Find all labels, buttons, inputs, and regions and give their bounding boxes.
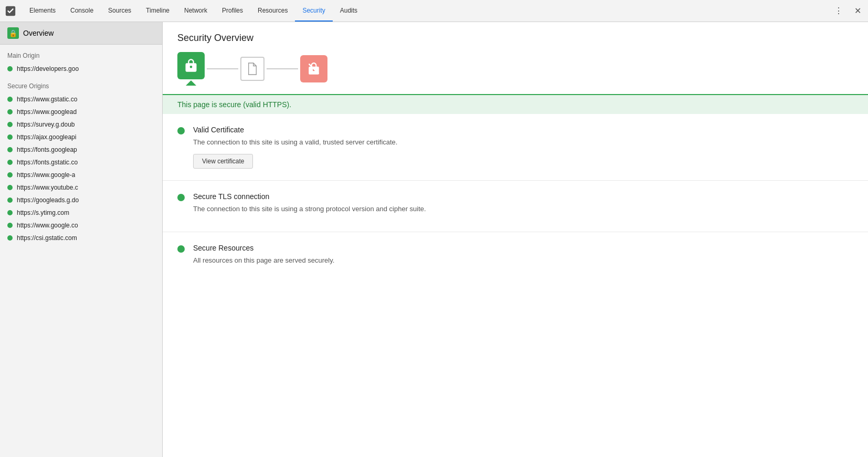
list-item[interactable]: https://www.google-a xyxy=(0,169,162,181)
tab-resources[interactable]: Resources xyxy=(250,0,295,22)
origin-url: https://ajax.googleapi xyxy=(17,133,76,141)
list-item[interactable]: https://www.youtube.c xyxy=(0,181,162,194)
view-certificate-button[interactable]: View certificate xyxy=(193,154,253,169)
tab-network[interactable]: Network xyxy=(177,0,215,22)
insecure-lock-icon xyxy=(300,55,327,82)
origin-url: https://fonts.gstatic.co xyxy=(17,159,78,166)
main-layout: 🔒 Overview Main Origin https://developer… xyxy=(0,22,868,457)
secure-lock-icon xyxy=(177,52,205,79)
section-title: Secure Resources xyxy=(193,244,334,252)
section-desc: All resources on this page are served se… xyxy=(193,255,334,266)
list-item[interactable]: https://survey.g.doub xyxy=(0,118,162,131)
section-title: Valid Certificate xyxy=(193,126,397,134)
green-dot-icon xyxy=(7,235,13,241)
green-dot-icon xyxy=(7,223,13,228)
section-title: Secure TLS connection xyxy=(193,192,426,201)
tab-profiles[interactable]: Profiles xyxy=(215,0,250,22)
secure-origins-label: Secure Origins xyxy=(0,75,162,93)
origin-url: https://www.googlead xyxy=(17,108,77,116)
document-icon xyxy=(240,57,264,81)
green-dot-icon xyxy=(7,160,13,165)
green-dot-icon xyxy=(7,198,13,203)
status-message: This page is secure (valid HTTPS). xyxy=(177,100,291,109)
close-button[interactable]: ✕ xyxy=(850,4,865,18)
list-item[interactable]: https://ajax.googleapi xyxy=(0,131,162,143)
secure-tls-section: Secure TLS connection The connection to … xyxy=(163,181,868,233)
overview-lock-icon: 🔒 xyxy=(7,27,19,39)
tab-elements[interactable]: Elements xyxy=(22,0,63,22)
sidebar-item-overview[interactable]: 🔒 Overview xyxy=(0,22,162,45)
green-dot-icon xyxy=(7,122,13,127)
list-item[interactable]: https://fonts.gstatic.co xyxy=(0,156,162,169)
diagram-secure-icon-wrapper xyxy=(177,52,205,86)
origin-url: https://www.google.co xyxy=(17,222,78,229)
tab-security[interactable]: Security xyxy=(295,0,332,22)
green-dot-icon xyxy=(7,66,13,71)
list-item[interactable]: https://www.google.co xyxy=(0,219,162,232)
green-dot-icon xyxy=(7,109,13,115)
main-origin-url: https://developers.goo xyxy=(17,65,79,72)
sidebar: 🔒 Overview Main Origin https://developer… xyxy=(0,22,163,457)
origin-url: https://www.gstatic.co xyxy=(17,96,77,103)
list-item[interactable]: https://fonts.googleap xyxy=(0,143,162,156)
secure-resources-section: Secure Resources All resources on this p… xyxy=(163,232,868,284)
page-title: Security Overview xyxy=(163,22,868,52)
diagram-line-1 xyxy=(207,68,238,69)
origin-url: https://www.google-a xyxy=(17,171,75,179)
tab-sources[interactable]: Sources xyxy=(101,0,139,22)
main-origin-label: Main Origin xyxy=(0,45,162,63)
tab-audits[interactable]: Audits xyxy=(333,0,365,22)
section-desc: The connection to this site is using a v… xyxy=(193,137,397,148)
green-dot-icon xyxy=(177,245,185,253)
green-dot-icon xyxy=(7,172,13,178)
section-body: Secure Resources All resources on this p… xyxy=(193,244,334,272)
green-dot-icon xyxy=(7,185,13,190)
tab-console[interactable]: Console xyxy=(63,0,101,22)
toolbar: Elements Console Sources Timeline Networ… xyxy=(0,0,868,22)
list-item[interactable]: https://www.gstatic.co xyxy=(0,93,162,106)
list-item[interactable]: https://csi.gstatic.com xyxy=(0,232,162,244)
list-item[interactable]: https://googleads.g.do xyxy=(0,194,162,206)
green-dot-icon xyxy=(7,210,13,215)
origin-url: https://fonts.googleap xyxy=(17,146,77,153)
diagram-line-2 xyxy=(267,68,298,69)
more-button[interactable]: ⋮ xyxy=(831,4,846,18)
green-dot-icon xyxy=(177,127,185,134)
origin-url: https://googleads.g.do xyxy=(17,196,79,204)
valid-certificate-section: Valid Certificate The connection to this… xyxy=(163,114,868,181)
overview-label: Overview xyxy=(23,29,54,37)
green-dot-icon xyxy=(7,134,13,140)
origin-url: https://survey.g.doub xyxy=(17,121,75,128)
diagram-arrow xyxy=(186,80,196,86)
list-item[interactable]: https://www.googlead xyxy=(0,106,162,118)
green-dot-icon xyxy=(177,194,185,201)
content-panel: Security Overview xyxy=(163,22,868,457)
tab-timeline[interactable]: Timeline xyxy=(139,0,177,22)
origin-url: https://s.ytimg.com xyxy=(17,209,69,216)
toolbar-actions: ⋮ ✕ xyxy=(831,4,865,18)
section-desc: The connection to this site is using a s… xyxy=(193,204,426,214)
list-item[interactable]: https://s.ytimg.com xyxy=(0,206,162,219)
green-dot-icon xyxy=(7,147,13,152)
security-diagram xyxy=(163,52,868,94)
origin-url: https://www.youtube.c xyxy=(17,184,78,191)
section-body: Valid Certificate The connection to this… xyxy=(193,126,397,169)
green-dot-icon xyxy=(7,97,13,102)
devtools-logo xyxy=(3,4,18,18)
status-banner: This page is secure (valid HTTPS). xyxy=(163,94,868,114)
origin-url: https://csi.gstatic.com xyxy=(17,234,77,242)
main-origin-item[interactable]: https://developers.goo xyxy=(0,63,162,75)
toolbar-tabs: Elements Console Sources Timeline Networ… xyxy=(22,0,831,22)
section-body: Secure TLS connection The connection to … xyxy=(193,192,426,221)
